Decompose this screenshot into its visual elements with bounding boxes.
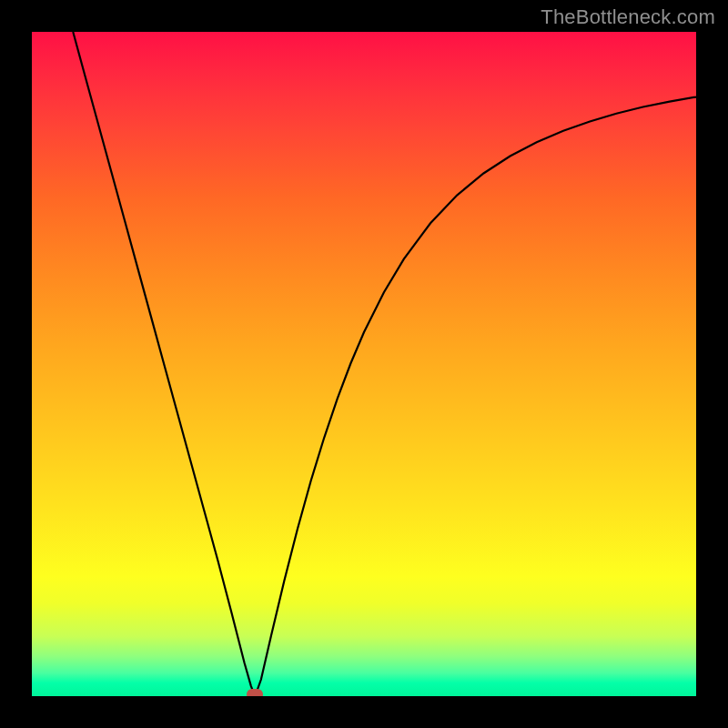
watermark-text: TheBottleneck.com	[541, 5, 715, 29]
plot-area	[32, 32, 696, 696]
chart-canvas: TheBottleneck.com	[0, 0, 728, 728]
bottleneck-curve	[73, 32, 696, 696]
curve-layer	[32, 32, 696, 696]
optimal-point-marker	[247, 689, 263, 696]
